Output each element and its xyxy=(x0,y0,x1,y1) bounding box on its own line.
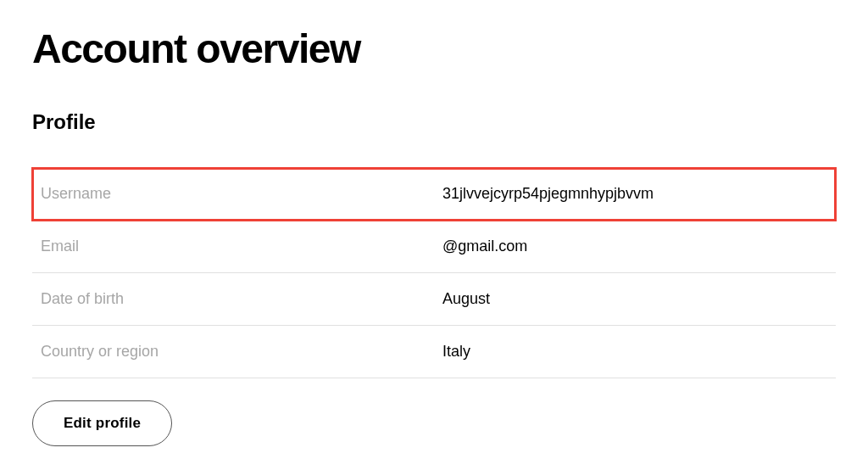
profile-table: Username 31jlvvejcyrp54pjegmnhypjbvvm Em… xyxy=(32,168,836,378)
profile-value: August xyxy=(434,273,836,326)
profile-value: Italy xyxy=(434,326,836,378)
profile-row-email: Email @gmail.com xyxy=(32,221,836,273)
profile-label: Email xyxy=(32,221,434,273)
page-title: Account overview xyxy=(32,25,836,72)
profile-value: 31jlvvejcyrp54pjegmnhypjbvvm xyxy=(434,168,836,221)
section-title-profile: Profile xyxy=(32,110,836,134)
edit-profile-button[interactable]: Edit profile xyxy=(32,400,172,446)
profile-row-dob: Date of birth August xyxy=(32,273,836,326)
profile-label: Country or region xyxy=(32,326,434,378)
profile-label: Date of birth xyxy=(32,273,434,326)
profile-value: @gmail.com xyxy=(434,221,836,273)
profile-label: Username xyxy=(32,168,434,221)
profile-row-username: Username 31jlvvejcyrp54pjegmnhypjbvvm xyxy=(32,168,836,221)
profile-row-country: Country or region Italy xyxy=(32,326,836,378)
